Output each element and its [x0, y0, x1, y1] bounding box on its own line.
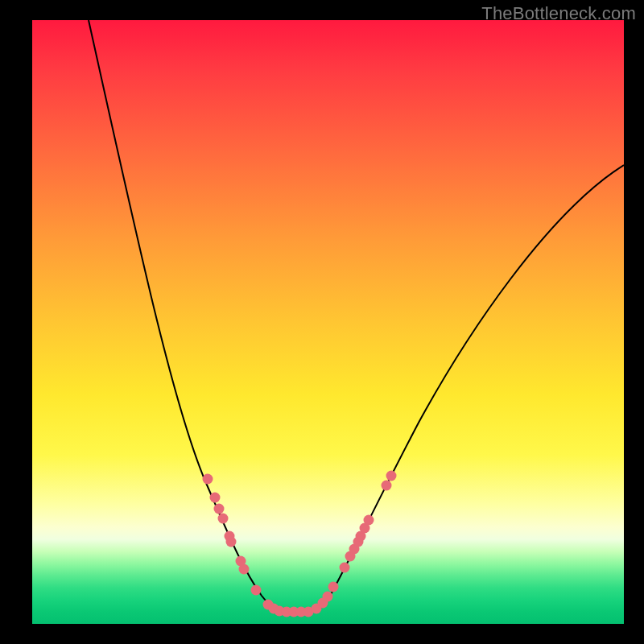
data-point-marker [328, 582, 339, 592]
chart-frame: TheBottleneck.com [0, 0, 644, 644]
data-point-marker [210, 493, 221, 503]
data-point-marker [386, 471, 397, 481]
data-point-marker [218, 514, 229, 524]
watermark-text: TheBottleneck.com [481, 3, 636, 24]
data-point-marker [323, 592, 333, 602]
data-point-marker [340, 563, 350, 573]
curve-layer [32, 20, 624, 624]
data-point-marker [382, 481, 392, 491]
data-point-marker [239, 564, 250, 575]
bottleneck-curve [89, 20, 624, 612]
data-point-marker [203, 474, 213, 485]
data-point-marker [226, 537, 237, 547]
plot-area [32, 20, 624, 624]
data-point-marker [364, 515, 374, 526]
data-point-marker [251, 585, 262, 596]
